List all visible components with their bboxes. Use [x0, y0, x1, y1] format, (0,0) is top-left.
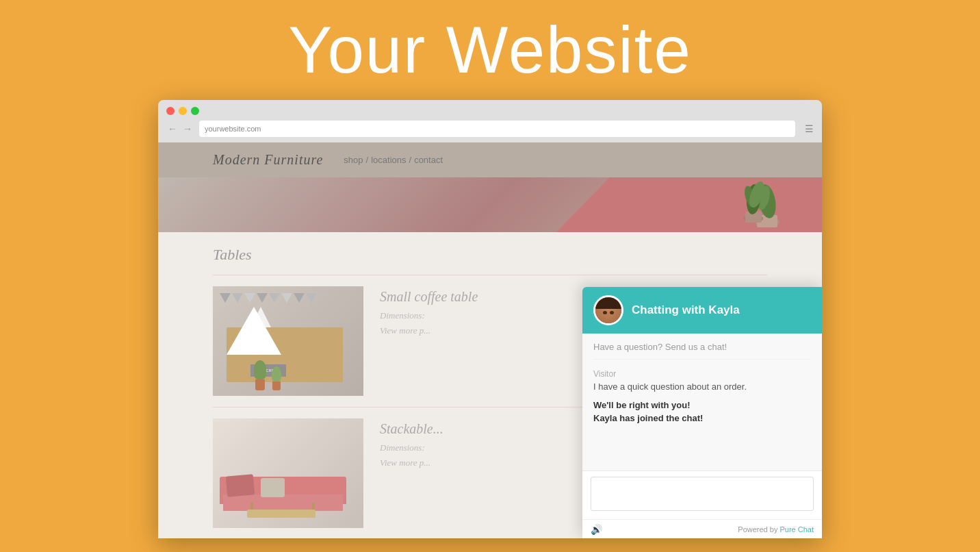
website-hero	[158, 177, 822, 232]
section-title: Tables	[213, 246, 767, 264]
powered-by: Powered by Pure Chat	[738, 525, 814, 534]
tables-section: Tables	[158, 232, 822, 538]
traffic-light-yellow[interactable]	[179, 107, 187, 115]
nav-sep-1: /	[366, 155, 369, 165]
back-button[interactable]: ←	[166, 123, 179, 135]
chat-visitor-label: Visitor	[593, 369, 811, 379]
chat-visitor-message: I have a quick question about an order.	[593, 381, 811, 392]
traffic-lights	[166, 107, 814, 115]
chat-header: Chatting with Kayla	[582, 287, 822, 334]
chat-system-messages: We'll be right with you! Kayla has joine…	[593, 400, 811, 423]
nav-shop[interactable]: shop	[344, 155, 363, 165]
chat-system-message-1: We'll be right with you!	[593, 400, 811, 410]
nav-contact[interactable]: contact	[414, 155, 443, 165]
chat-widget: Chatting with Kayla Have a question? Sen…	[582, 287, 822, 538]
bunting	[213, 293, 363, 303]
traffic-light-green[interactable]	[191, 107, 199, 115]
chat-system-message-2: Kayla has joined the chat!	[593, 413, 811, 423]
chat-greeting: Have a question? Send us a chat!	[593, 342, 811, 360]
browser-toolbar: ← → yourwebsite.com ☰	[166, 121, 814, 137]
furniture-sofa	[220, 463, 346, 518]
sound-icon[interactable]: 🔊	[591, 524, 602, 535]
website-nav: Modern Furniture shop / locations / cont…	[158, 142, 822, 177]
address-bar[interactable]: yourwebsite.com	[199, 121, 795, 137]
nav-locations[interactable]: locations	[371, 155, 406, 165]
product-image-2	[213, 418, 363, 528]
address-text: yourwebsite.com	[205, 125, 261, 133]
shelf-plants	[254, 360, 281, 390]
chat-footer: 🔊 Powered by Pure Chat	[582, 519, 822, 538]
chat-body: Have a question? Send us a chat! Visitor…	[582, 334, 822, 471]
browser-chrome: ← → yourwebsite.com ☰	[158, 100, 822, 142]
agent-avatar	[593, 295, 623, 325]
product-image-1: CONCRETE	[213, 286, 363, 396]
pure-chat-link[interactable]: Pure Chat	[779, 525, 814, 534]
page-title: Your Website	[288, 12, 692, 88]
chat-header-title: Chatting with Kayla	[632, 303, 740, 317]
chat-input[interactable]	[591, 477, 814, 511]
nav-links: shop / locations / contact	[344, 155, 443, 165]
chat-input-area	[582, 471, 822, 519]
hero-plants	[658, 177, 795, 232]
browser-window: ← → yourwebsite.com ☰ Modern Furniture s…	[158, 100, 822, 538]
menu-icon[interactable]: ☰	[805, 123, 814, 134]
website-content: Modern Furniture shop / locations / cont…	[158, 142, 822, 538]
forward-button[interactable]: →	[181, 123, 194, 135]
traffic-light-red[interactable]	[166, 107, 175, 115]
website-brand: Modern Furniture	[213, 152, 323, 168]
browser-nav-buttons: ← →	[166, 123, 194, 135]
nav-sep-2: /	[409, 155, 412, 165]
